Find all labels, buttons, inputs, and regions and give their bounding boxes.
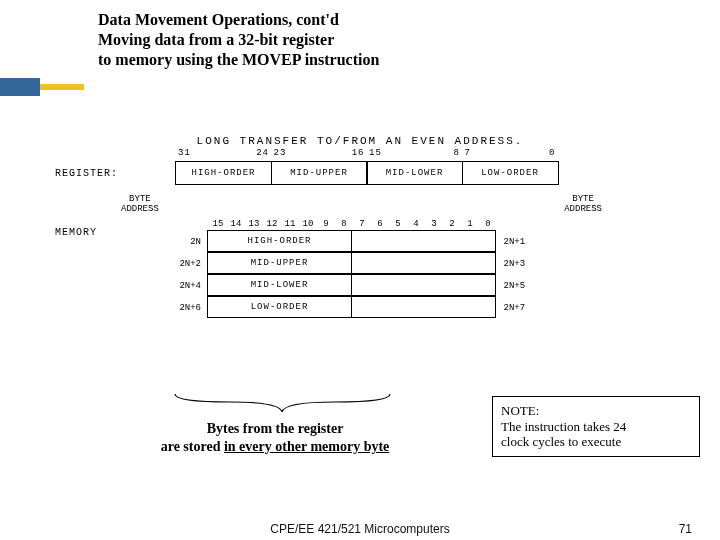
mem-addr-right: 2N+1 bbox=[496, 237, 526, 247]
memory-bit-header: 15 14 13 12 11 10 9 8 7 6 5 4 3 2 1 0 bbox=[155, 219, 525, 229]
mem-addr-left: 2N+6 bbox=[155, 303, 207, 313]
bit-label: 8 bbox=[454, 148, 460, 158]
mem-addr-left: 2N+2 bbox=[155, 259, 207, 269]
curly-brace-icon bbox=[170, 392, 395, 414]
register-label: REGISTER: bbox=[55, 168, 155, 179]
mem-cell-empty bbox=[351, 252, 496, 274]
memory-row: 2N+6 LOW-ORDER 2N+7 bbox=[155, 297, 525, 319]
title-line-2: Moving data from a 32-bit register bbox=[98, 30, 379, 50]
reg-cell-text: MID-UPPER bbox=[290, 168, 348, 178]
slide-title: Data Movement Operations, cont'd Moving … bbox=[98, 10, 379, 70]
mem-cell: HIGH-ORDER bbox=[207, 230, 352, 252]
memory-row: 2N+4 MID-LOWER 2N+5 bbox=[155, 275, 525, 297]
register-row: REGISTER: 31 24 HIGH-ORDER 23 16 MID-UPP… bbox=[55, 161, 665, 185]
accent-blue-box bbox=[0, 78, 40, 96]
bit-col: 5 bbox=[389, 219, 407, 229]
brace-caption: Bytes from the register are stored in ev… bbox=[110, 420, 440, 455]
slide-accent bbox=[0, 78, 84, 96]
mem-cell: MID-LOWER bbox=[207, 274, 352, 296]
mem-cell-empty bbox=[351, 230, 496, 252]
bit-col: 6 bbox=[371, 219, 389, 229]
memory-row: 2N+2 MID-UPPER 2N+3 bbox=[155, 253, 525, 275]
note-heading: NOTE: bbox=[501, 403, 691, 419]
caption-line-2-underline: in every other memory byte bbox=[224, 439, 389, 454]
reg-cell-low-order: 7 0 LOW-ORDER bbox=[462, 161, 559, 185]
bit-col: 1 bbox=[461, 219, 479, 229]
title-line-1: Data Movement Operations, cont'd bbox=[98, 10, 379, 30]
diagram-caption: LONG TRANSFER TO/FROM AN EVEN ADDRESS. bbox=[55, 135, 665, 147]
mem-addr-right: 2N+3 bbox=[496, 259, 526, 269]
memory-row: 2N HIGH-ORDER 2N+1 bbox=[155, 231, 525, 253]
reg-cell-high-order: 31 24 HIGH-ORDER bbox=[175, 161, 272, 185]
bit-col: 0 bbox=[479, 219, 497, 229]
bit-col: 2 bbox=[443, 219, 461, 229]
bit-col: 4 bbox=[407, 219, 425, 229]
memory-grid: BYTEADDRESS 15 14 13 12 11 10 9 8 7 6 5 … bbox=[155, 219, 525, 319]
bit-label: 15 bbox=[369, 148, 382, 158]
memory-left-labels: BYTEADDRESS MEMORY bbox=[55, 219, 155, 238]
note-box: NOTE: The instruction takes 24 clock cyc… bbox=[492, 396, 700, 457]
byte-address-label-right: BYTEADDRESS bbox=[553, 195, 613, 215]
mem-addr-right: 2N+7 bbox=[496, 303, 526, 313]
bit-col: 12 bbox=[263, 219, 281, 229]
mem-cell: MID-UPPER bbox=[207, 252, 352, 274]
bit-col: 15 bbox=[209, 219, 227, 229]
footer-course: CPE/EE 421/521 Microcomputers bbox=[0, 522, 720, 536]
bit-col: 7 bbox=[353, 219, 371, 229]
bit-col: 11 bbox=[281, 219, 299, 229]
bit-label: 7 bbox=[465, 148, 471, 158]
bit-col: 10 bbox=[299, 219, 317, 229]
memory-label: MEMORY bbox=[55, 227, 155, 238]
register-table: 31 24 HIGH-ORDER 23 16 MID-UPPER 15 8 MI… bbox=[175, 161, 559, 185]
bit-label: 24 bbox=[256, 148, 269, 158]
bit-col: 3 bbox=[425, 219, 443, 229]
note-line-2: The instruction takes 24 bbox=[501, 419, 691, 435]
mem-addr-left: 2N bbox=[155, 237, 207, 247]
caption-line-1: Bytes from the register bbox=[207, 421, 344, 436]
accent-yellow-bar bbox=[40, 84, 84, 90]
reg-cell-text: HIGH-ORDER bbox=[191, 168, 255, 178]
title-line-3: to memory using the MOVEP instruction bbox=[98, 50, 379, 70]
bit-label: 31 bbox=[178, 148, 191, 158]
reg-cell-text: MID-LOWER bbox=[386, 168, 444, 178]
movep-diagram: LONG TRANSFER TO/FROM AN EVEN ADDRESS. R… bbox=[55, 135, 665, 319]
mem-addr-left: 2N+4 bbox=[155, 281, 207, 291]
mem-cell-empty bbox=[351, 274, 496, 296]
bit-col: 13 bbox=[245, 219, 263, 229]
note-line-3: clock cycles to execute bbox=[501, 434, 691, 450]
reg-cell-mid-lower: 15 8 MID-LOWER bbox=[366, 161, 463, 185]
bit-col: 8 bbox=[335, 219, 353, 229]
reg-cell-text: LOW-ORDER bbox=[481, 168, 539, 178]
bit-col: 9 bbox=[317, 219, 335, 229]
byte-address-label-left: BYTEADDRESS bbox=[121, 195, 159, 215]
bit-col: 14 bbox=[227, 219, 245, 229]
mem-cell-empty bbox=[351, 296, 496, 318]
bit-label: 0 bbox=[549, 148, 555, 158]
caption-line-2-prefix: are stored bbox=[161, 439, 224, 454]
bit-label: 16 bbox=[352, 148, 365, 158]
footer-page-number: 71 bbox=[679, 522, 692, 536]
reg-cell-mid-upper: 23 16 MID-UPPER bbox=[271, 161, 368, 185]
mem-cell: LOW-ORDER bbox=[207, 296, 352, 318]
bit-label: 23 bbox=[274, 148, 287, 158]
memory-block: BYTEADDRESS MEMORY BYTEADDRESS 15 14 13 … bbox=[55, 219, 665, 319]
mem-addr-right: 2N+5 bbox=[496, 281, 526, 291]
